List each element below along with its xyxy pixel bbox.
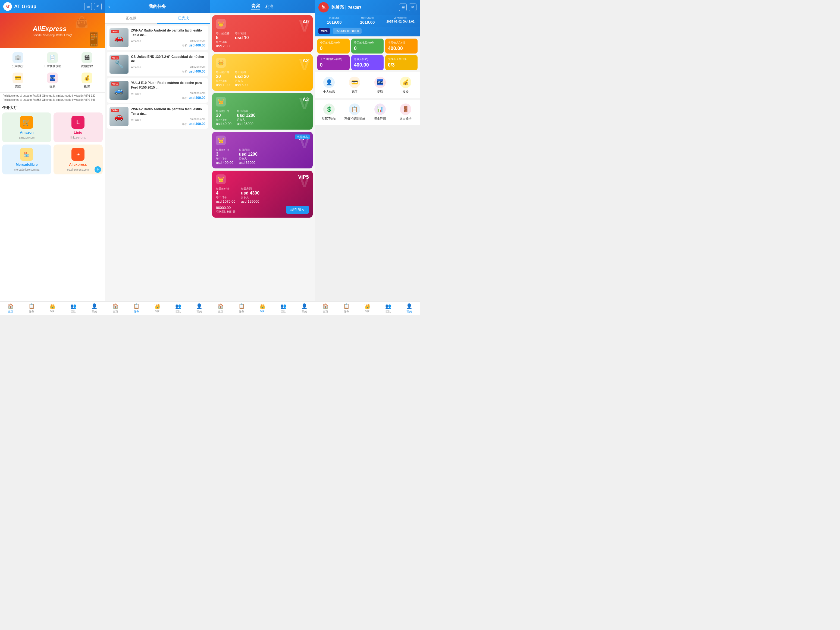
task-card-aliexpress[interactable]: ✈ Aliexpress es.aliexpress.com ✈ xyxy=(54,145,103,174)
menu-withdraw[interactable]: 🏧 提取 xyxy=(368,74,392,96)
mine-nav-icon: 👤 xyxy=(91,303,97,309)
video-icon: 🎬 xyxy=(82,52,92,63)
menu-invest[interactable]: 💰 投资 xyxy=(394,74,418,96)
ticker-2: Felicitaciones al usuario 7xx356 Obtenga… xyxy=(3,98,102,102)
tab-doing[interactable]: 正在做 xyxy=(105,13,158,24)
current-vip-badge: VIP4 xyxy=(318,28,330,34)
menu-funds[interactable]: 📊 资金详情 xyxy=(368,101,392,123)
task-name-3: YULU E10 Plus - Radio estéreo de coche p… xyxy=(131,81,206,90)
task-item-2[interactable]: 🔧 VIP4 CS Unitec END 130/3.2-6" Capacida… xyxy=(107,52,208,77)
mine-icon-t: 👤 xyxy=(196,303,202,309)
vip4-stats: 每天的任务 3 每个订单 usd 400.00 每日利润 usd 1200 月收… xyxy=(216,148,309,165)
profile-nav-team[interactable]: 👥 团队 xyxy=(378,302,399,315)
usdt-menu-label: USDT地址 xyxy=(322,117,336,121)
icon-salary[interactable]: 📄 工资制度说明 xyxy=(36,51,69,70)
nav-tasks[interactable]: 📋 任务 xyxy=(21,302,42,315)
nav-mine[interactable]: 👤 我的 xyxy=(84,302,104,315)
last-month-label: 上个月的收入(usd) xyxy=(320,57,347,61)
tasks-bottom-nav: 🏠 主页 📋 任务 👑 VIP 👥 团队 👤 我的 xyxy=(105,301,210,315)
profile-nav-vip[interactable]: 👑 VIP xyxy=(357,302,378,315)
usdt-menu-icon: 💲 xyxy=(323,104,335,115)
vip4-daily-profit: 每日利润 usd 1200 月收入 usd 36000 xyxy=(239,148,257,165)
menu-usdt[interactable]: 💲 USDT地址 xyxy=(317,101,341,123)
menu-records[interactable]: 📋 充值和提现记录 xyxy=(343,101,366,123)
icon-company[interactable]: 🏢 公司简介 xyxy=(1,51,35,70)
profile-nav-mine[interactable]: 👤 我的 xyxy=(399,302,420,315)
withdraw-menu-label: 提取 xyxy=(377,90,383,94)
icon-invest[interactable]: 💰 投资 xyxy=(70,71,104,90)
vip-header-tab-profit[interactable]: 利润 xyxy=(265,4,273,9)
profile-menu-label: 个人信息 xyxy=(323,90,335,94)
task-card-amazon[interactable]: 🛒 Amazon amazon.com xyxy=(2,112,51,142)
task-price-label-4: 单价 xyxy=(182,123,188,126)
back-button[interactable]: ‹ xyxy=(108,4,110,9)
tasks-nav-vip[interactable]: 👑 VIP xyxy=(147,302,168,315)
nav-team[interactable]: 👥 团队 xyxy=(63,302,84,315)
stats-grid: 今天的收益(usd) 0 昨天的收益(usd) 0 本月收入(usd) 400.… xyxy=(315,36,420,72)
join-vip5-button[interactable]: 现在加入 xyxy=(286,206,309,214)
nav-home[interactable]: 🏠 主页 xyxy=(0,302,21,315)
nav-vip[interactable]: 👑 VIP xyxy=(42,302,63,315)
task-hall: 任务大厅 🛒 Amazon amazon.com L Linio linio.c… xyxy=(0,103,105,301)
vip-info-row: VIP4 35513800138000 xyxy=(315,27,420,36)
tab-completed[interactable]: 已完成 xyxy=(157,13,210,24)
task-item-4[interactable]: 🚗 VIP4 ZWNAV Radio Android de pantalla t… xyxy=(107,104,208,129)
vip-expiry: VIP到期时间 2025-02-02 09:42:02 xyxy=(384,16,417,24)
tasks-nav-task[interactable]: 📋 任务 xyxy=(126,302,147,315)
task-label-v: 任务 xyxy=(239,310,244,314)
team-icon-t: 👥 xyxy=(175,303,181,309)
balance-usdt-label: 余额(USDT) xyxy=(351,16,383,20)
vip-nav-mine[interactable]: 👤 我的 xyxy=(294,302,314,315)
task-card-mercado[interactable]: 🏪 Mercadolibre mercadolibre.com.pa xyxy=(2,145,51,174)
home-nav-icon: 🏠 xyxy=(8,303,14,309)
vip-badge-4: VIP4 xyxy=(111,109,119,112)
menu-profile[interactable]: 👤 个人信息 xyxy=(317,74,341,96)
profile-nav-task[interactable]: 📋 任务 xyxy=(336,302,357,315)
task-label-t: 任务 xyxy=(134,310,139,314)
icon-withdraw[interactable]: 🏧 提取 xyxy=(36,71,69,90)
task-item-3[interactable]: 🚙 VIP4 YULU E10 Plus - Radio estéreo de … xyxy=(107,78,208,103)
message-icon[interactable]: ✉ xyxy=(94,3,102,10)
task-name-2: CS Unitec END 130/3.2-6" Capacidad de nú… xyxy=(131,55,206,64)
vip-nav-icon: 👑 xyxy=(49,303,55,309)
home-icon-t: 🏠 xyxy=(112,303,118,309)
tasks-nav-label: 任务 xyxy=(29,310,34,314)
logout-menu-label: 退出登录 xyxy=(399,117,412,121)
invest-menu-label: 投资 xyxy=(403,90,409,94)
team-label-t: 团队 xyxy=(175,310,181,314)
task-source-2: Amazon xyxy=(131,66,141,69)
vip-nav-task[interactable]: 📋 任务 xyxy=(231,302,252,315)
icon-recharge[interactable]: 💳 充值 xyxy=(1,71,35,90)
task-source-1: Amazon xyxy=(131,39,141,43)
icon-video[interactable]: 🎬 视频教程 xyxy=(70,51,104,70)
menu-logout[interactable]: 🚪 退出登录 xyxy=(394,101,418,123)
tasks-nav-home[interactable]: 🏠 主页 xyxy=(105,302,126,315)
balance-usd-val: 1619.00 xyxy=(318,20,351,24)
profile-msg-icon[interactable]: ✉ xyxy=(409,3,417,11)
language-icon[interactable]: lan xyxy=(84,3,92,10)
vip-card-a2: V 👑 A2 每天的任务 20 每个订单 usd 1.00 每日利润 usd 2… xyxy=(212,54,313,91)
vip-nav-home[interactable]: 🏠 主页 xyxy=(210,302,231,315)
profile-lang-icon[interactable]: lan xyxy=(399,3,407,11)
menu-recharge[interactable]: 💳 充值 xyxy=(343,74,366,96)
task-card-linio[interactable]: L Linio linio.com.mx xyxy=(54,112,103,142)
monthly-val: 400.00 xyxy=(388,46,415,51)
profile-bottom-nav: 🏠 主页 📋 任务 👑 VIP 👥 团队 👤 我的 xyxy=(315,301,420,315)
vip-icon-t: 👑 xyxy=(154,303,160,309)
recharge-icon: 💳 xyxy=(13,73,24,84)
panel-home: AT AT Group lan ✉ AliExpress Smarter Sho… xyxy=(0,0,105,315)
tasks-nav-mine[interactable]: 👤 我的 xyxy=(189,302,210,315)
profile-nav-home[interactable]: 🏠 主页 xyxy=(315,302,336,315)
team-nav-icon: 👥 xyxy=(70,303,76,309)
vip-nav-vip[interactable]: 👑 VIP xyxy=(252,302,273,315)
vip-nav-team[interactable]: 👥 团队 xyxy=(273,302,294,315)
vip5-stats: 每天的任务 4 每个订单 usd 1075.00 每日利润 usd 4300 月… xyxy=(216,187,309,204)
tasks-nav-team[interactable]: 👥 团队 xyxy=(168,302,189,315)
task-hall-title: 任务大厅 xyxy=(2,106,103,110)
profile-header-icons: lan ✉ xyxy=(399,3,417,11)
total-val: 400.00 xyxy=(354,62,381,68)
tasks-header: ‹ 我的任务 xyxy=(105,0,210,13)
vip-header-tab-guests[interactable]: 贵宾 xyxy=(251,3,260,10)
task-item-1[interactable]: 🚗 VIP4 ZWNAV Radio Android de pantalla t… xyxy=(107,25,208,50)
task-source-3: Amazon xyxy=(131,92,141,95)
